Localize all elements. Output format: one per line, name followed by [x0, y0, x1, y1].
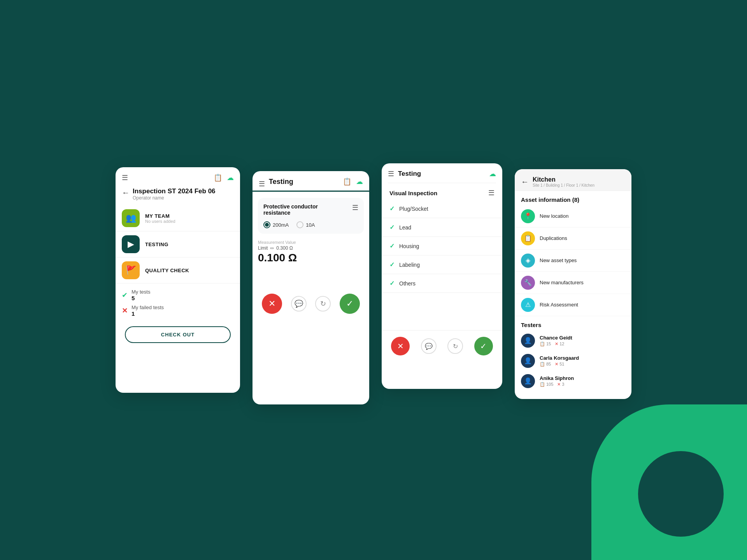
my-failed-label: My failed tests — [132, 304, 164, 310]
team-section[interactable]: 👥 MY TEAM No users added — [116, 205, 240, 231]
clipboard-icon[interactable]: 📋 — [214, 173, 222, 182]
x-icon-anika: ✕ — [557, 382, 561, 387]
limit-arrows: ⇔ — [270, 245, 274, 251]
tester-anika-siphron: 👤 Anika Siphron 📋 105 ✕ 3 — [515, 371, 631, 391]
asset-item-risk-assessment[interactable]: ⚠ Risk Assessment — [515, 294, 631, 316]
hamburger-icon[interactable]: ☰ — [122, 173, 128, 182]
radio-200ma[interactable]: 200mA — [263, 221, 289, 228]
tester-avatar-chance: 👤 — [521, 334, 535, 348]
check-item-lead[interactable]: ✓ Lead — [382, 218, 502, 237]
operator-name: Operator name — [133, 195, 216, 201]
tester-tests-chance: 📋 15 — [540, 341, 551, 346]
title-block: Inspection ST 2024 Feb 06 Operator name — [133, 187, 216, 201]
panel2-title: Testing — [269, 178, 293, 191]
check-item-labeling[interactable]: ✓ Labeling — [382, 256, 502, 274]
asset-item-duplications[interactable]: 📋 Duplications — [515, 228, 631, 250]
my-tests-info: My tests 5 — [132, 289, 150, 301]
testing-section[interactable]: ▶ TESTING — [116, 231, 240, 257]
limit-label: Limit — [258, 245, 268, 251]
asset-item-new-manufacturers[interactable]: 🔧 New manufacturers — [515, 272, 631, 294]
my-tests-value: 5 — [132, 295, 150, 301]
panel2-cloud-icon[interactable]: ☁ — [356, 177, 363, 186]
tester-failed-anika: ✕ 3 — [557, 382, 564, 387]
back-arrow-button[interactable]: ← — [122, 188, 130, 197]
panel2-reject-button[interactable]: ✕ — [262, 294, 282, 314]
bg-shape-corner — [638, 451, 724, 537]
panel2-accept-button[interactable]: ✓ — [340, 294, 360, 314]
check-label-housing: Housing — [399, 243, 419, 249]
panel3-reject-button[interactable]: ✕ — [391, 337, 410, 355]
x-icon-chance: ✕ — [555, 341, 558, 346]
back-title-row: ← Inspection ST 2024 Feb 06 Operator nam… — [116, 186, 240, 205]
tester-failed-chance: ✕ 12 — [555, 341, 564, 346]
radio-10a[interactable]: 10A — [296, 221, 315, 228]
panel3-header: ☰ Testing ☁ — [382, 163, 502, 183]
tester-info-chance: Chance Geidt 📋 15 ✕ 12 — [540, 335, 572, 346]
new-manufacturers-icon: 🔧 — [521, 276, 535, 290]
test-card-header: Protective conductor resistance ☰ — [263, 203, 358, 216]
team-label: MY TEAM — [145, 213, 175, 219]
testing-icon: ▶ — [122, 235, 140, 253]
checkout-button[interactable]: CHECK OUT — [125, 326, 231, 343]
testing-info: TESTING — [145, 242, 168, 247]
check-label-labeling: Labeling — [399, 262, 420, 268]
tester-stats-carla: 📋 85 ✕ 51 — [540, 362, 579, 367]
panel4-breadcrumb: Site 1 / Building 1 / Floor 1 / Kitchen — [533, 183, 594, 187]
tester-name-chance: Chance Geidt — [540, 335, 572, 341]
tester-tests-carla: 📋 85 — [540, 362, 551, 367]
panel2-comment-button[interactable]: 💬 — [291, 296, 307, 312]
my-failed-info: My failed tests 1 — [132, 304, 164, 317]
check-icon-plug-socket: ✓ — [389, 205, 395, 212]
panel4-back-arrow[interactable]: ← — [521, 177, 529, 186]
quality-section[interactable]: 🚩 QUALITY CHECK — [116, 257, 240, 284]
panel4-kitchen: ← Kitchen Site 1 / Building 1 / Floor 1 … — [515, 169, 631, 399]
my-tests-icon: ✔ — [122, 291, 128, 299]
tester-name-anika: Anika Siphron — [540, 375, 574, 381]
clipboard-sm-icon-chance: 📋 — [540, 341, 545, 346]
panel2-header: ☰ Testing 📋 ☁ — [253, 171, 369, 192]
limit-row: Limit ⇔ 0.300 Ω — [258, 245, 364, 251]
stats-row: ✔ My tests 5 ✕ My failed tests 1 — [116, 284, 240, 318]
panel4-header: ← Kitchen Site 1 / Building 1 / Floor 1 … — [515, 169, 631, 191]
new-asset-types-label: New asset types — [540, 257, 577, 263]
quality-label: QUALITY CHECK — [145, 268, 189, 273]
panel1-header: ☰ 📋 ☁ — [116, 167, 240, 186]
asset-item-new-location[interactable]: 📍 New location — [515, 205, 631, 228]
panel3-cloud-icon[interactable]: ☁ — [489, 170, 496, 178]
panel3-comment-button[interactable]: 💬 — [421, 338, 437, 354]
measurement-section: Measurement Value Limit ⇔ 0.300 Ω 0.100 … — [253, 240, 369, 264]
quality-info: QUALITY CHECK — [145, 268, 189, 273]
tester-info-carla: Carla Korsgaard 📋 85 ✕ 51 — [540, 355, 579, 367]
tester-carla-korsgaard: 👤 Carla Korsgaard 📋 85 ✕ 51 — [515, 351, 631, 371]
asset-info-title: Asset information (8) — [515, 191, 631, 205]
check-item-plug-socket[interactable]: ✓ Plug/Socket — [382, 200, 502, 218]
check-label-plug-socket: Plug/Socket — [399, 206, 428, 212]
test-card: Protective conductor resistance ☰ 200mA … — [258, 198, 364, 234]
panel3-visual: ☰ Testing ☁ Visual Inspection ☰ ✓ Plug/S… — [382, 163, 502, 389]
radio-row: 200mA 10A — [263, 221, 358, 228]
panel3-hamburger-icon[interactable]: ☰ — [388, 170, 394, 178]
panel2-clipboard-icon[interactable]: 📋 — [343, 177, 351, 186]
visual-filter-icon[interactable]: ☰ — [488, 189, 494, 197]
filter-icon[interactable]: ☰ — [352, 203, 358, 212]
quality-icon: 🚩 — [122, 261, 140, 279]
new-manufacturers-label: New manufacturers — [540, 280, 584, 285]
panel3-retry-button[interactable]: ↻ — [447, 338, 463, 354]
testing-label: TESTING — [145, 242, 168, 247]
check-icon-housing: ✓ — [389, 242, 395, 250]
checklist: ✓ Plug/Socket ✓ Lead ✓ Housing ✓ Labelin… — [382, 200, 502, 299]
inspection-title: Inspection ST 2024 Feb 06 — [133, 187, 216, 195]
panels-container: ☰ 📋 ☁ ← Inspection ST 2024 Feb 06 Operat… — [116, 163, 631, 397]
asset-item-new-asset-types[interactable]: ◈ New asset types — [515, 250, 631, 272]
tester-failed-carla: ✕ 51 — [555, 362, 564, 367]
team-icon: 👥 — [122, 209, 140, 227]
check-item-others[interactable]: ✓ Others — [382, 274, 502, 293]
panel3-accept-button[interactable]: ✓ — [474, 337, 493, 355]
panel2-retry-button[interactable]: ↻ — [315, 296, 331, 312]
cloud-icon[interactable]: ☁ — [227, 173, 234, 182]
check-item-housing[interactable]: ✓ Housing — [382, 237, 502, 256]
header-icons: 📋 ☁ — [214, 173, 234, 182]
tester-avatar-carla: 👤 — [521, 354, 535, 368]
check-label-others: Others — [399, 280, 416, 287]
panel2-hamburger-icon[interactable]: ☰ — [259, 180, 265, 188]
